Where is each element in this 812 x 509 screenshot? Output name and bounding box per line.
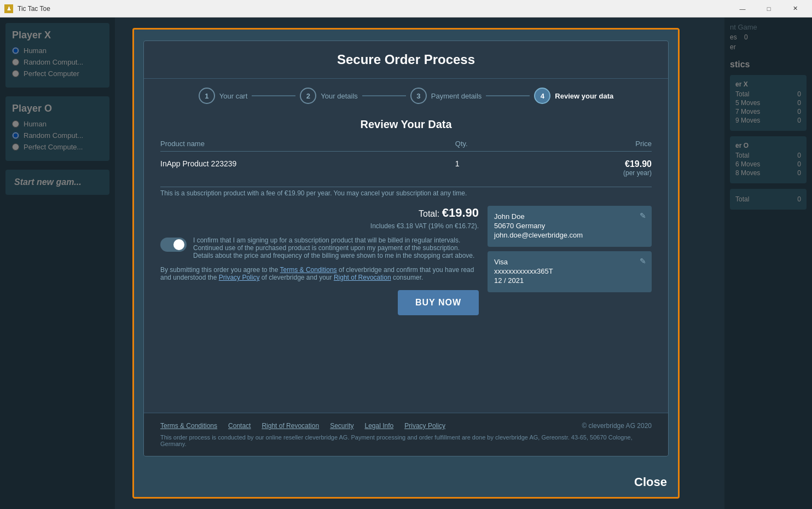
contact-zip: 50670 Germany [494, 222, 645, 230]
payment-method: Visa [494, 258, 645, 266]
footer-copyright: © cleverbridge AG 2020 [582, 422, 652, 430]
footer-security-link[interactable]: Security [330, 422, 353, 430]
modal-header: Secure Order Process [144, 41, 668, 79]
agree-text-before: By submitting this order you agree to th… [160, 266, 280, 274]
review-title: Review Your Data [160, 113, 652, 131]
price-main: €19.90 [553, 159, 652, 169]
product-row: InApp Product 223239 1 €19.90 (per year) [160, 156, 652, 180]
toggle-text: I confirm that I am signing up for a sub… [193, 236, 479, 259]
footer-legal-link[interactable]: Legal Info [365, 422, 394, 430]
toggle-slider [160, 238, 187, 252]
stepper: 1 Your cart 2 Your details 3 Payment det… [144, 79, 668, 113]
maximize-button[interactable]: □ [756, 0, 781, 18]
agree-text: By submitting this order you agree to th… [160, 266, 479, 281]
footer-revocation-link[interactable]: Right of Revocation [262, 422, 319, 430]
card-expiry: 12 / 2021 [494, 276, 645, 285]
review-bottom: Total: €19.90 Includes €3.18 VAT (19% on… [160, 206, 652, 315]
close-button[interactable]: Close [634, 475, 667, 489]
step-3-label: Payment details [431, 92, 482, 100]
step-4-circle: 4 [534, 88, 550, 104]
total-amount: €19.90 [442, 206, 479, 219]
right-of-revocation-link[interactable]: Right of Revocation [334, 274, 391, 281]
app-icon: ♟ [4, 4, 13, 13]
agree-text-mid2: of cleverbridge and your [259, 274, 333, 281]
contact-info-card: ✎ John Doe 50670 Germany john.doe@clever… [488, 206, 652, 247]
vat-note: Includes €3.18 VAT (19% on €16.72). [160, 222, 479, 230]
card-number: xxxxxxxxxxxx365T [494, 267, 645, 275]
window-controls: — □ ✕ [730, 0, 808, 18]
buy-now-button[interactable]: BUY NOW [398, 290, 479, 315]
step-3: 3 Payment details [410, 88, 482, 104]
step-1-label: Your cart [219, 92, 248, 100]
contact-email: john.doe@cleverbridge.com [494, 231, 645, 239]
close-area: Close [134, 467, 678, 497]
step-connector-3 [486, 95, 530, 96]
step-4: 4 Review your data [534, 88, 613, 104]
payment-info-card: ✎ Visa xxxxxxxxxxxx365T 12 / 2021 [488, 251, 652, 292]
main-area: Player X Human Random Comput... Perfect … [0, 18, 812, 509]
step-4-label: Review your data [555, 92, 613, 100]
step-connector-2 [362, 95, 406, 96]
col-qty-header: Qty. [455, 140, 554, 148]
product-table-header: Product name Qty. Price [160, 140, 652, 152]
product-table: Product name Qty. Price InApp Product 22… [160, 140, 652, 180]
step-2: 2 Your details [300, 88, 357, 104]
subscription-toggle[interactable] [160, 238, 187, 252]
order-modal: Secure Order Process 1 Your cart 2 Your … [143, 41, 669, 456]
product-qty: 1 [455, 156, 554, 171]
col-name-header: Product name [160, 140, 455, 148]
order-outer-container: Secure Order Process 1 Your cart 2 Your … [132, 28, 680, 499]
total-row: Total: €19.90 [160, 206, 479, 220]
modal-footer: Terms & Conditions Contact Right of Revo… [144, 413, 668, 456]
modal-content: Review Your Data Product name Qty. Price… [144, 113, 668, 413]
step-connector-1 [252, 95, 295, 96]
price-sub: (per year) [553, 169, 652, 177]
titlebar: ♟ Tic Tac Toe — □ ✕ [0, 0, 812, 18]
step-1: 1 Your cart [199, 88, 248, 104]
modal-title: Secure Order Process [155, 52, 657, 67]
minimize-button[interactable]: — [730, 0, 755, 18]
contact-name: John Doe [494, 212, 645, 221]
footer-links: Terms & Conditions Contact Right of Revo… [160, 422, 445, 430]
col-price-header: Price [553, 140, 652, 148]
agree-text-end: consumer. [391, 274, 424, 281]
product-price: €19.90 (per year) [553, 156, 652, 180]
product-name: InApp Product 223239 [160, 156, 455, 171]
toggle-section: I confirm that I am signing up for a sub… [160, 236, 479, 259]
step-1-circle: 1 [199, 88, 215, 104]
total-label: Total: [419, 209, 439, 218]
step-2-label: Your details [321, 92, 357, 100]
close-window-button[interactable]: ✕ [782, 0, 808, 18]
step-2-circle: 2 [300, 88, 316, 104]
footer-privacy-link[interactable]: Privacy Policy [404, 422, 445, 430]
edit-payment-icon[interactable]: ✎ [640, 257, 646, 265]
terms-conditions-link[interactable]: Terms & Conditions [280, 266, 337, 274]
footer-note: This order process is conducted by our o… [160, 434, 652, 447]
app-title: Tic Tac Toe [18, 5, 730, 13]
edit-contact-icon[interactable]: ✎ [640, 211, 646, 220]
review-left: Total: €19.90 Includes €3.18 VAT (19% on… [160, 206, 479, 315]
privacy-policy-link[interactable]: Privacy Policy [219, 274, 260, 281]
footer-terms-link[interactable]: Terms & Conditions [160, 422, 217, 430]
footer-contact-link[interactable]: Contact [228, 422, 251, 430]
subscription-note: This is a subscription product with a fe… [160, 187, 652, 197]
step-3-circle: 3 [410, 88, 427, 104]
review-right: ✎ John Doe 50670 Germany john.doe@clever… [488, 206, 652, 315]
modal-overlay: Secure Order Process 1 Your cart 2 Your … [0, 18, 812, 509]
